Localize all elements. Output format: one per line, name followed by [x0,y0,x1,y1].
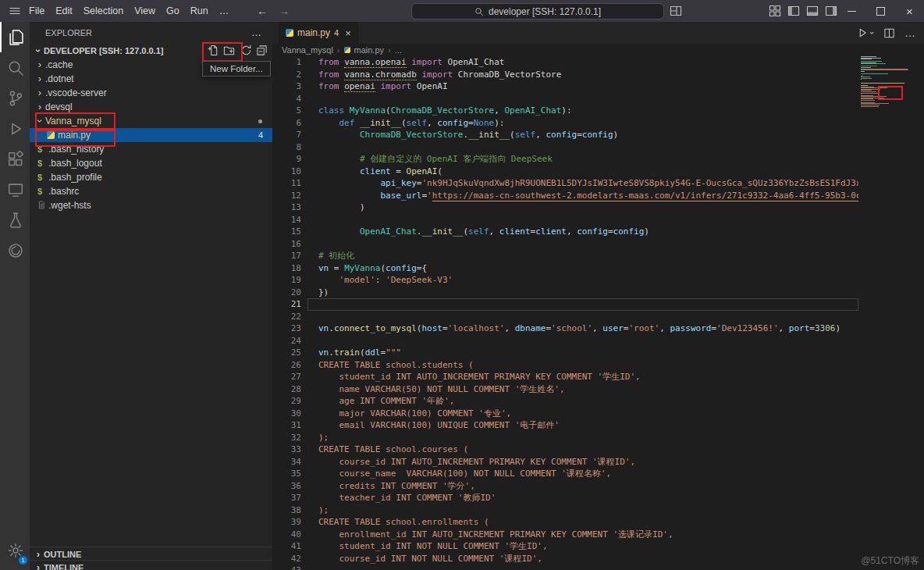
tree-item--wget-hsts[interactable]: .wget-hsts [30,198,272,212]
customize-layout-icon[interactable] [769,5,781,17]
line-number[interactable]: 26 [272,359,301,372]
code-line-24[interactable]: 24 [272,335,858,347]
line-number[interactable]: 7 [272,129,301,141]
code-line-25[interactable]: 25vn.train(ddl=""" [272,347,858,359]
code-line-29[interactable]: 29 age INT COMMENT '年龄', [272,395,858,408]
refresh-explorer-icon[interactable] [240,45,253,57]
code-line-6[interactable]: 6 def __init__(self, config=None): [272,117,858,130]
code-line-39[interactable]: 39CREATE TABLE school.enrollments ( [272,516,858,529]
code-line-14[interactable]: 14 [272,214,858,226]
code-line-11[interactable]: 11 api_key='nk9HJqSkuVqndXw8jhR9UONEB1L5… [272,177,858,190]
code-line-22[interactable]: 22 [272,311,858,323]
menu-selection[interactable]: Selection [78,0,129,22]
layout-control-icon[interactable] [670,5,682,17]
panel-outline[interactable]: ›OUTLINE [30,547,272,560]
code-line-19[interactable]: 19 'model': 'DeepSeek-V3' [272,274,858,287]
line-number[interactable]: 2 [272,69,301,81]
menu-go[interactable]: Go [161,0,185,22]
code-line-20[interactable]: 20}) [272,287,858,299]
line-number[interactable]: 11 [272,177,301,190]
menu-run[interactable]: Run [185,0,214,22]
line-number[interactable]: 1 [272,56,301,69]
code-line-8[interactable]: 8 [272,141,858,154]
menu-more[interactable]: … [214,0,235,22]
explorer-icon[interactable] [0,22,30,52]
tree-item-devsql[interactable]: ›devsql [30,100,272,114]
code-line-35[interactable]: 35 course_name VARCHAR(100) NOT NULL COM… [272,468,858,480]
split-editor-icon[interactable] [883,27,895,39]
line-number[interactable]: 3 [272,80,301,93]
code-line-36[interactable]: 36 credits INT COMMENT '学分', [272,480,858,493]
new-folder-icon[interactable] [223,45,236,57]
toggle-primary-sidebar-icon[interactable] [787,5,800,17]
line-number[interactable]: 40 [272,529,301,541]
code-line-2[interactable]: 2from vanna.chromadb import ChromaDB_Vec… [272,69,858,81]
line-number[interactable]: 6 [272,117,301,130]
line-number[interactable]: 16 [272,238,301,251]
settings-gear-icon[interactable]: 1 [0,535,30,565]
editor-more-icon[interactable]: … [904,27,916,39]
close-icon[interactable]: × [345,27,351,39]
line-number[interactable]: 17 [272,250,301,262]
code-line-4[interactable]: 4 [272,93,858,105]
code-line-41[interactable]: 41 student_id INT NOT NULL COMMENT '学生ID… [272,540,858,553]
run-debug-icon[interactable] [0,113,30,144]
code-line-34[interactable]: 34 course_id INT AUTO_INCREMENT PRIMARY … [272,456,858,468]
menu-file[interactable]: File [23,0,50,22]
tree-item--bashrc[interactable]: $.bashrc [30,184,272,198]
line-number[interactable]: 43 [272,565,301,570]
command-center[interactable]: developer [SSH: 127.0.0.1] [411,3,664,20]
line-number[interactable]: 24 [272,335,301,347]
code-line-5[interactable]: 5class MyVanna(ChromaDB_VectorStore, Ope… [272,105,858,117]
code-line-33[interactable]: 33CREATE TABLE school.courses ( [272,444,858,456]
line-number[interactable]: 12 [272,190,301,202]
tab-main-py[interactable]: main.py 4 × [279,22,358,44]
line-number[interactable]: 30 [272,408,301,420]
code-line-30[interactable]: 30 major VARCHAR(100) COMMENT '专业', [272,408,858,420]
maximize-button[interactable] [866,0,895,22]
line-number[interactable]: 8 [272,141,301,154]
code-line-42[interactable]: 42 course_id INT NOT NULL COMMENT '课程ID'… [272,553,858,565]
line-number[interactable]: 29 [272,395,301,408]
line-number[interactable]: 39 [272,516,301,529]
code-line-15[interactable]: 15 OpenAI_Chat.__init__(self, client=cli… [272,226,858,238]
breadcrumb-item[interactable]: ... [395,45,402,55]
code-line-16[interactable]: 16 [272,238,858,251]
code-line-40[interactable]: 40 enrollment_id INT AUTO_INCREMENT PRIM… [272,529,858,541]
code-line-28[interactable]: 28 name VARCHAR(50) NOT NULL COMMENT '学生… [272,383,858,396]
code-line-3[interactable]: 3from openai import OpenAI [272,80,858,93]
minimap[interactable] [858,56,924,166]
line-number[interactable]: 18 [272,262,301,275]
code-line-37[interactable]: 37 teacher_id INT COMMENT '教师ID' [272,492,858,504]
line-number[interactable]: 37 [272,492,301,504]
code-line-26[interactable]: 26CREATE TABLE school.students ( [272,359,858,372]
code-line-31[interactable]: 31 email VARCHAR(100) UNIQUE COMMENT '电子… [272,419,858,432]
code-line-18[interactable]: 18vn = MyVanna(config={ [272,262,858,275]
code-line-13[interactable]: 13 ) [272,201,858,214]
line-number[interactable]: 42 [272,553,301,565]
panel-timeline[interactable]: ›TIMELINE [30,560,272,570]
new-file-icon[interactable] [208,45,220,57]
extensions-icon[interactable] [0,144,30,174]
source-control-icon[interactable] [0,83,30,113]
line-number[interactable]: 13 [272,201,301,214]
code-line-23[interactable]: 23vn.connect_to_mysql(host='localhost', … [272,322,858,335]
line-number[interactable]: 28 [272,383,301,396]
application-menu-icon[interactable] [9,5,21,17]
line-number[interactable]: 15 [272,226,301,238]
line-number[interactable]: 27 [272,371,301,383]
code-line-7[interactable]: 7 ChromaDB_VectorStore.__init__(self, co… [272,129,858,141]
code-editor[interactable]: 1from vanna.openai import OpenAI_Chat2fr… [272,56,924,570]
tree-item--bash-logout[interactable]: $.bash_logout [30,156,272,170]
line-number[interactable]: 33 [272,444,301,456]
tree-item--bash-history[interactable]: $.bash_history [30,142,272,156]
line-number[interactable]: 34 [272,456,301,468]
line-number[interactable]: 10 [272,166,301,178]
line-number[interactable]: 4 [272,93,301,105]
close-button[interactable] [895,0,924,22]
remote-explorer-icon[interactable] [0,174,30,205]
line-number[interactable]: 32 [272,432,301,444]
line-number[interactable]: 9 [272,153,301,166]
line-number[interactable]: 36 [272,480,301,493]
toggle-secondary-sidebar-icon[interactable] [825,5,837,17]
